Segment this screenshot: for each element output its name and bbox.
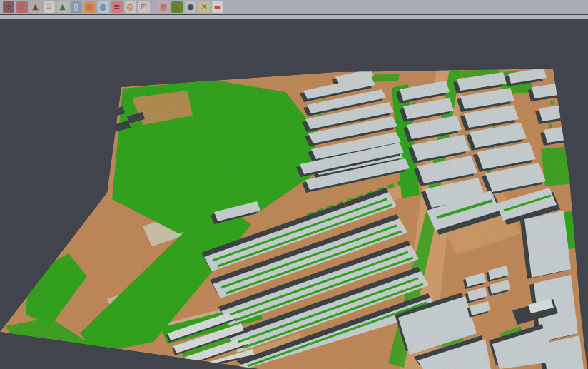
flag-icon[interactable]: ▬	[212, 1, 223, 13]
point-cloud-canvas	[0, 19, 588, 369]
target-icon[interactable]: ◎	[125, 1, 136, 13]
3d-viewport[interactable]	[0, 19, 588, 369]
main-toolbar: ⁘∴▲⠿▲▯■◍≡◎⊡▦▩●✕▬	[0, 0, 588, 14]
elevation-points-icon[interactable]: ⠿	[44, 1, 55, 13]
profile-view-icon[interactable]: ▯	[71, 1, 82, 13]
orthoimage-icon[interactable]: ■	[84, 1, 96, 13]
points-tool-icon[interactable]: ⁘	[3, 1, 14, 13]
measure-icon[interactable]: ✕	[198, 1, 210, 13]
surface-model-icon[interactable]: ▲	[57, 1, 69, 13]
shadow-noise-overlay	[0, 62, 588, 369]
terrain-icon[interactable]: ▲	[30, 1, 41, 13]
grid-cells-icon[interactable]: ▦	[158, 1, 169, 13]
globe-icon[interactable]: ◍	[98, 1, 109, 13]
layers-icon[interactable]: ≡	[111, 1, 123, 13]
classification-colors-icon[interactable]: ▩	[171, 1, 183, 13]
zoom-extents-icon[interactable]: ⊡	[138, 1, 150, 13]
classified-points-icon[interactable]: ∴	[16, 1, 28, 13]
sphere-view-icon[interactable]: ●	[185, 1, 196, 13]
